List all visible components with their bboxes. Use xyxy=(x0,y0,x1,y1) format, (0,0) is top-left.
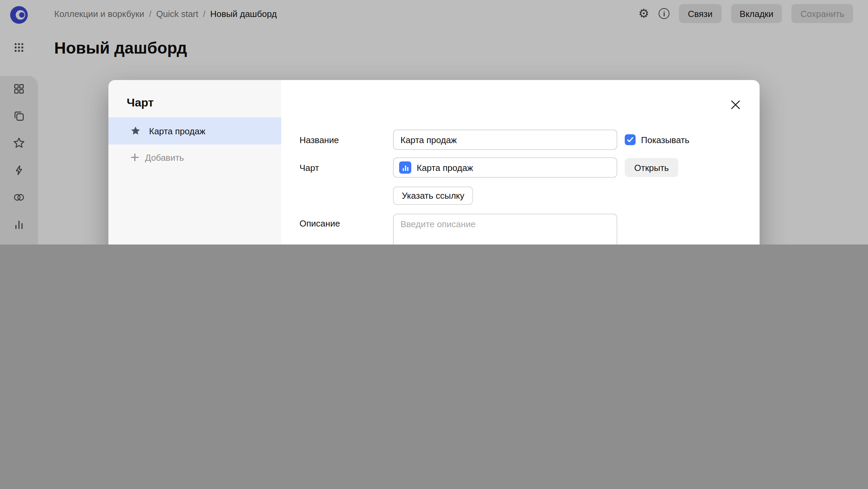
add-chart-tab-button[interactable]: Добавить xyxy=(108,144,281,170)
description-label: Описание xyxy=(299,214,393,229)
checkmark-icon xyxy=(626,136,634,144)
stage: ? ⚙ ▶ Коллекции и воркбуки / Quick start… xyxy=(0,0,868,244)
name-input[interactable] xyxy=(393,130,617,150)
link-row: Указать ссылку xyxy=(393,187,760,205)
chart-chip-icon xyxy=(399,161,411,174)
show-checkbox-label: Показывать xyxy=(641,135,689,145)
specify-link-button[interactable]: Указать ссылку xyxy=(393,187,473,205)
chart-select-field[interactable]: Карта продаж xyxy=(393,157,617,178)
dialog-side-panel: Чарт Карта продаж Добавить xyxy=(108,80,281,244)
star-icon xyxy=(130,125,141,136)
chart-label: Чарт xyxy=(299,162,393,173)
close-icon xyxy=(729,99,741,110)
name-row: Название Показывать xyxy=(299,130,760,150)
dialog-title: Чарт xyxy=(127,96,281,110)
open-chart-button[interactable]: Открыть xyxy=(625,158,678,177)
show-checkbox[interactable] xyxy=(625,134,636,145)
dialog-form-panel: Название Показывать Чарт xyxy=(281,80,760,244)
chart-list-item-label: Карта продаж xyxy=(149,126,205,136)
add-chart-dialog: Чарт Карта продаж Добавить xyxy=(108,80,760,244)
chart-list-item[interactable]: Карта продаж xyxy=(108,117,281,144)
chart-row: Чарт Карта продаж Открыть xyxy=(299,157,760,178)
dashboard-editor-app: ? ⚙ ▶ Коллекции и воркбуки / Quick start… xyxy=(0,0,868,244)
description-textarea[interactable] xyxy=(393,214,617,244)
chart-settings-form: Название Показывать Чарт xyxy=(299,80,760,244)
close-dialog-button[interactable] xyxy=(728,98,742,111)
plus-icon xyxy=(130,153,140,162)
mini-chart-icon xyxy=(401,164,409,171)
add-chart-tab-label: Добавить xyxy=(145,152,184,162)
name-label: Название xyxy=(299,135,393,145)
description-row: Описание xyxy=(299,214,760,244)
chart-select-value: Карта продаж xyxy=(417,162,473,173)
